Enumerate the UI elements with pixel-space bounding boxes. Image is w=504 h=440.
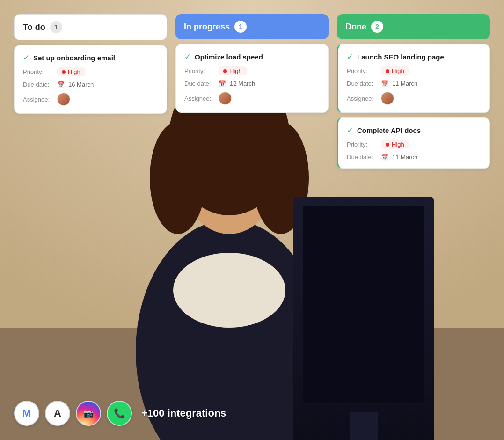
priority-dot-3: [386, 69, 389, 73]
task-title-row-4: ✓ Complete API docs: [347, 125, 481, 135]
due-label-1: Due date:: [23, 81, 53, 88]
badge-inprogress: 1: [234, 21, 247, 33]
priority-row-4: Priority: High: [347, 140, 481, 149]
badge-done: 2: [371, 21, 383, 33]
priority-dot-1: [62, 70, 66, 74]
column-title-inprogress: In progress: [184, 22, 230, 32]
check-icon-1: ✓: [23, 53, 29, 63]
avatar-1: [57, 93, 70, 106]
acorn-letter: A: [54, 407, 61, 419]
assignee-label-2: Assignee:: [184, 95, 215, 102]
due-row-4: Due date: 📅 11 March: [347, 154, 481, 161]
task-card-2[interactable]: ✓ Optimize load speed Priority: High Due…: [175, 44, 329, 113]
priority-label-3: Priority:: [347, 67, 377, 74]
calendar-icon-1: 📅: [57, 81, 65, 88]
due-row-3: Due date: 📅 11 March: [347, 80, 481, 87]
column-done: Done 2 ✓ Launch SEO landing page Priorit…: [337, 14, 490, 169]
svg-point-7: [173, 253, 285, 328]
whatsapp-icon[interactable]: 📞: [107, 401, 132, 426]
check-icon-3: ✓: [347, 52, 353, 62]
column-title-done: Done: [345, 22, 366, 32]
due-label-2: Due date:: [184, 80, 215, 87]
gmail-letter: M: [22, 407, 31, 419]
priority-row-3: Priority: High: [347, 66, 481, 75]
task-title-row-3: ✓ Launch SEO landing page: [347, 52, 481, 62]
assignee-label-3: Assignee:: [347, 95, 377, 102]
check-icon-2: ✓: [184, 52, 191, 62]
priority-label-4: Priority:: [347, 141, 377, 148]
column-inprogress: In progress 1 ✓ Optimize load speed Prio…: [175, 14, 329, 169]
avatar-3: [381, 92, 394, 105]
column-header-done: Done 2: [337, 14, 490, 39]
task-title-row-2: ✓ Optimize load speed: [184, 52, 320, 62]
monitor-stand: [350, 412, 378, 440]
task-title-1: Set up onboarding email: [33, 54, 115, 62]
task-card-3[interactable]: ✓ Launch SEO landing page Priority: High…: [337, 44, 490, 113]
calendar-icon-2: 📅: [219, 80, 226, 87]
avatar-2: [219, 92, 232, 105]
due-date-1: 16 March: [68, 81, 94, 88]
instagram-icon[interactable]: 📷: [76, 401, 101, 426]
priority-row-2: Priority: High: [184, 66, 320, 75]
assignee-row-1: Assignee:: [23, 93, 158, 106]
task-title-4: Complete API docs: [357, 126, 421, 134]
priority-badge-3: High: [381, 66, 409, 75]
task-title-2: Optimize load speed: [195, 53, 263, 61]
due-date-3: 11 March: [392, 80, 417, 87]
due-label-4: Due date:: [347, 154, 377, 161]
priority-dot-4: [386, 143, 389, 147]
instagram-symbol: 📷: [83, 408, 94, 418]
assignee-row-3: Assignee:: [347, 92, 481, 105]
bottom-integration-text: +100 integrations: [141, 407, 226, 419]
priority-row-1: Priority: High: [23, 67, 158, 76]
task-title-3: Launch SEO landing page: [357, 53, 444, 61]
priority-value-4: High: [392, 141, 404, 148]
calendar-icon-4: 📅: [381, 154, 388, 161]
acorn-app-icon[interactable]: A: [45, 401, 70, 426]
calendar-icon-3: 📅: [381, 80, 388, 87]
assignee-label-1: Assignee:: [23, 96, 53, 103]
column-header-inprogress: In progress 1: [175, 14, 329, 39]
priority-badge-1: High: [57, 67, 85, 76]
due-label-3: Due date:: [347, 80, 377, 87]
priority-label-2: Priority:: [184, 67, 215, 74]
monitor-screen: [303, 206, 424, 403]
due-row-1: Due date: 📅 16 March: [23, 81, 158, 88]
priority-value-3: High: [392, 67, 404, 74]
gmail-icon[interactable]: M: [14, 401, 39, 426]
badge-todo: 1: [50, 21, 62, 33]
due-row-2: Due date: 📅 12 March: [184, 80, 320, 87]
priority-label-1: Priority:: [23, 68, 53, 75]
task-card-4[interactable]: ✓ Complete API docs Priority: High Due d…: [337, 117, 490, 169]
column-todo: To do 1 ✓ Set up onboarding email Priori…: [14, 14, 167, 169]
task-card-1[interactable]: ✓ Set up onboarding email Priority: High…: [14, 45, 167, 114]
priority-value-2: High: [229, 67, 242, 74]
task-title-row-1: ✓ Set up onboarding email: [23, 53, 158, 63]
column-header-todo: To do 1: [14, 14, 167, 40]
column-title-todo: To do: [23, 22, 45, 32]
monitor: [293, 197, 434, 440]
due-date-2: 12 March: [230, 80, 255, 87]
priority-dot-2: [223, 69, 227, 73]
bottom-icons-bar: M A 📷 📞 +100 integrations: [14, 401, 226, 426]
whatsapp-symbol: 📞: [114, 408, 125, 419]
due-date-4: 11 March: [392, 154, 417, 161]
assignee-row-2: Assignee:: [184, 92, 320, 105]
priority-value-1: High: [68, 68, 80, 75]
check-icon-4: ✓: [347, 125, 353, 135]
priority-badge-2: High: [219, 66, 247, 75]
priority-badge-4: High: [381, 140, 409, 149]
kanban-board: To do 1 ✓ Set up onboarding email Priori…: [14, 14, 490, 169]
